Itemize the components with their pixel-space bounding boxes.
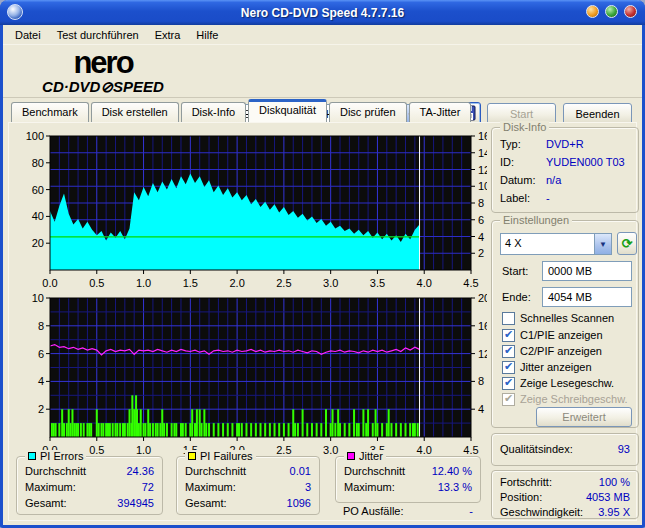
title-bar[interactable]: Nero CD-DVD Speed 4.7.7.16 [0, 0, 645, 25]
svg-text:20: 20 [32, 237, 44, 249]
cddvdspeed-logo-text: CD·DVD⊘SPEED [15, 79, 191, 94]
checkbox-c2-pif-anzeigen[interactable]: C2/PIF anzeigen [502, 344, 602, 358]
pi-failures-title: PI Failures [200, 450, 253, 462]
refresh-button[interactable]: ⟳ [617, 232, 637, 255]
maximize-button[interactable] [605, 5, 618, 18]
po-failures-label: PO Ausfälle: [343, 505, 404, 517]
menu-bar: Datei Test durchführen Extra Hilfe [3, 25, 642, 45]
svg-text:8: 8 [38, 320, 44, 332]
svg-text:10: 10 [32, 292, 44, 304]
checkbox-label: Schnelles Scannen [520, 312, 614, 324]
tab-disk-erstellen[interactable]: Disk erstellen [91, 102, 179, 123]
svg-text:40: 40 [32, 210, 44, 222]
disk-info-title: Disk-Info [500, 121, 549, 133]
tab-disk-info[interactable]: Disk-Info [181, 102, 246, 123]
checkbox-box[interactable] [502, 329, 515, 342]
svg-text:2.5: 2.5 [276, 444, 291, 454]
checkbox-box[interactable] [502, 361, 515, 374]
start-button-label: Start [510, 108, 533, 120]
tab-ta-jitter[interactable]: TA-Jitter [409, 102, 472, 123]
start-field-label: Start: [502, 265, 528, 277]
svg-text:6: 6 [38, 348, 44, 360]
svg-text:60: 60 [32, 184, 44, 196]
svg-text:1.0: 1.0 [136, 444, 151, 454]
pi-errors-chart: 100806040201614121086420.00.51.01.52.02.… [11, 124, 487, 290]
stat-label: Maximum: [185, 481, 236, 493]
stat-value: 24.36 [126, 465, 154, 477]
checkbox-zeige-lesegeschw[interactable]: Zeige Lesegeschw. [502, 376, 614, 390]
po-failures-row: PO Ausfälle: - [343, 505, 473, 517]
svg-text:3.0: 3.0 [323, 444, 338, 454]
disk-label-label: Label: [500, 192, 530, 204]
stat-value: 3 [305, 481, 311, 493]
position-label: Position: [500, 491, 542, 503]
checkbox-label: Jitter anzeigen [520, 361, 592, 373]
checkbox-label: Zeige Schreibgeschw. [520, 393, 628, 405]
svg-text:0.5: 0.5 [89, 444, 104, 454]
disk-typ-value: DVD+R [546, 138, 584, 150]
stat-label: Durchschnitt [344, 465, 405, 477]
disk-id-label: ID: [500, 156, 514, 168]
progress-value: 100 % [599, 476, 630, 488]
stat-label: Maximum: [25, 481, 76, 493]
checkbox-label: Zeige Lesegeschw. [520, 377, 614, 389]
speed-value: 3.95 X [598, 506, 630, 518]
pi-failures-legend-icon [188, 452, 196, 460]
disk-typ-label: Typ: [500, 138, 521, 150]
svg-text:16: 16 [478, 320, 487, 332]
stat-label: Durchschnitt [185, 465, 246, 477]
tab-disc-pruefen[interactable]: Disc prüfen [329, 102, 407, 123]
quality-index-label: Qualitätsindex: [500, 443, 573, 455]
advanced-button[interactable]: Erweitert [536, 407, 632, 427]
quit-button-label: Beenden [575, 108, 619, 120]
tab-benchmark[interactable]: Benchmark [11, 102, 89, 123]
disk-label-value: - [546, 192, 550, 204]
svg-text:20: 20 [478, 292, 487, 304]
checkbox-zeige-schreibgeschw: Zeige Schreibgeschw. [502, 392, 628, 406]
checkbox-box[interactable] [502, 312, 515, 325]
end-field[interactable]: 4054 MB [542, 287, 632, 307]
svg-text:80: 80 [32, 157, 44, 169]
close-button[interactable] [624, 5, 637, 18]
speed-label: Geschwindigkeit: [500, 506, 583, 518]
svg-text:8: 8 [478, 375, 484, 387]
chevron-down-icon[interactable]: ▼ [594, 234, 611, 254]
nero-logo: nero CD·DVD⊘SPEED [15, 47, 191, 94]
jitter-legend-icon [347, 452, 355, 460]
tab-bar: Benchmark Disk erstellen Disk-Info Diskq… [11, 99, 473, 123]
checkbox-box[interactable] [502, 345, 515, 358]
window-frame: Nero CD-DVD Speed 4.7.7.16 Datei Test du… [0, 0, 645, 528]
svg-text:4: 4 [38, 375, 44, 387]
minimize-button[interactable] [586, 5, 599, 18]
quality-index-value: 93 [618, 443, 630, 455]
svg-text:10: 10 [478, 180, 487, 192]
menu-datei[interactable]: Datei [7, 27, 49, 43]
progress-label: Fortschritt: [500, 476, 552, 488]
checkbox-schnelles-scannen[interactable]: Schnelles Scannen [502, 311, 614, 325]
tab-diskqualitaet[interactable]: Diskqualität [248, 99, 327, 123]
checkbox-jitter-anzeigen[interactable]: Jitter anzeigen [502, 360, 592, 374]
checkbox-box [502, 393, 515, 406]
menu-test-durchfuehren[interactable]: Test durchführen [49, 27, 147, 43]
svg-text:4: 4 [478, 403, 484, 415]
checkbox-box[interactable] [502, 377, 515, 390]
menu-extra[interactable]: Extra [147, 27, 189, 43]
start-field[interactable]: 0000 MB [542, 261, 632, 281]
pi-errors-stats: PI Errors Durchschnitt24.36 Maximum:72 G… [16, 456, 163, 515]
disk-datum-value: n/a [546, 174, 561, 186]
svg-text:6: 6 [478, 214, 484, 226]
svg-text:16: 16 [478, 130, 487, 142]
menu-hilfe[interactable]: Hilfe [188, 27, 226, 43]
disk-datum-label: Datum: [500, 174, 535, 186]
window-title: Nero CD-DVD Speed 4.7.7.16 [0, 6, 645, 20]
svg-text:100: 100 [26, 130, 44, 142]
checkbox-c1-pie-anzeigen[interactable]: C1/PIE anzeigen [502, 328, 603, 342]
speed-select[interactable]: 4 X ▼ [500, 233, 612, 255]
pi-failures-stats: PI Failures Durchschnitt0.01 Maximum:3 G… [176, 456, 320, 515]
svg-text:2: 2 [38, 403, 44, 415]
speed-select-value: 4 X [501, 234, 594, 254]
svg-text:4.0: 4.0 [417, 444, 432, 454]
advanced-button-label: Erweitert [562, 411, 605, 423]
stat-label: Gesamt: [185, 497, 227, 509]
svg-text:12: 12 [478, 164, 487, 176]
